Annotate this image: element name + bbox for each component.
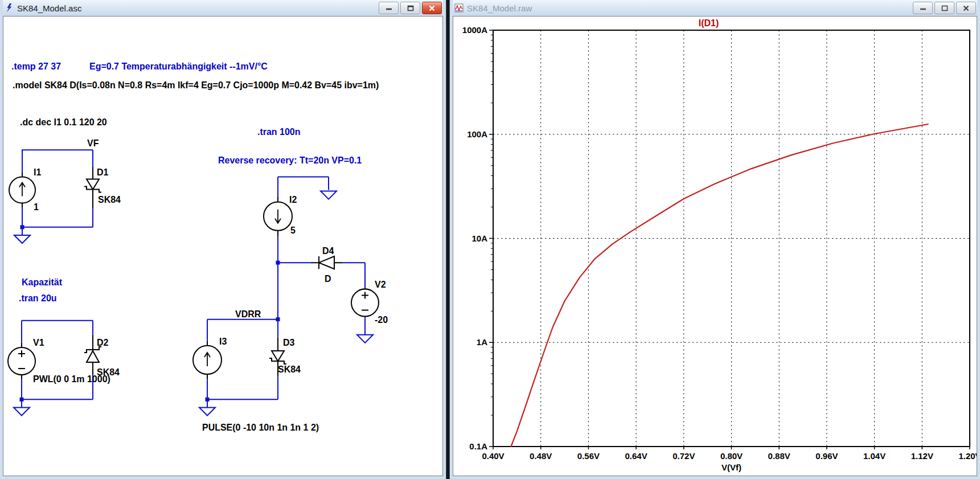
diode-D4[interactable]: D4 D: [311, 245, 342, 284]
waveform-file-icon: [454, 3, 464, 13]
label-I1[interactable]: I1: [34, 167, 41, 177]
circuit-vf: VF I1 1 D1 SK84: [9, 138, 121, 243]
temp-comment[interactable]: Eg=0.7 Temperaturabhängigkeit --1mV/°C: [89, 61, 268, 71]
current-source-I2[interactable]: I2 5: [264, 194, 297, 236]
junction-dot: [276, 317, 280, 321]
junction-dot: [20, 398, 24, 402]
label-D4[interactable]: D4: [322, 245, 334, 256]
x-tick-label: 0.40V: [482, 451, 504, 461]
ltspice-mdi-desktop: SK84_Model.asc .temp 27 37 Eg=0.7 Temper…: [0, 0, 980, 479]
ground-icon[interactable]: [357, 335, 373, 343]
schematic-titlebar[interactable]: SK84_Model.asc: [3, 0, 443, 16]
waveform-window: SK84_Model.raw 0.40V0.48V0.56V0.64V0.72V…: [450, 0, 980, 479]
value-D1[interactable]: SK84: [98, 194, 121, 204]
close-icon: [429, 5, 435, 11]
maximize-icon: [941, 5, 948, 11]
ltspice-logo-icon: [4, 3, 14, 13]
model-directive[interactable]: .model SK84 D(Is=0.08n N=0.8 Rs=4m Ikf=4…: [13, 80, 379, 90]
label-D3[interactable]: D3: [283, 337, 295, 347]
x-tick-label: 0.48V: [530, 451, 552, 461]
value-I1[interactable]: 1: [34, 202, 39, 212]
net-label-vdrr[interactable]: VDRR: [235, 309, 261, 319]
label-V1[interactable]: V1: [33, 337, 44, 347]
x-tick-label: 1.04V: [863, 451, 885, 461]
voltage-source-V2[interactable]: V2 -20: [351, 279, 388, 324]
x-tick-label: 0.72V: [673, 451, 695, 461]
label-I3[interactable]: I3: [219, 336, 227, 346]
ground-icon[interactable]: [321, 191, 337, 199]
value-D2[interactable]: SK84: [97, 367, 120, 377]
minimize-button[interactable]: [913, 2, 933, 14]
y-tick-label: 1A: [477, 337, 487, 347]
schematic-window: SK84_Model.asc .temp 27 37 Eg=0.7 Temper…: [0, 0, 446, 479]
reverse-recovery-comment[interactable]: Reverse recovery: Tt=20n VP=0.1: [218, 155, 362, 165]
label-I2[interactable]: I2: [289, 194, 297, 204]
junction-dot: [206, 398, 210, 402]
schematic-canvas[interactable]: .temp 27 37 Eg=0.7 Temperaturabhängigkei…: [3, 16, 443, 476]
value-D3[interactable]: SK84: [278, 364, 301, 374]
x-tick-label: 1.12V: [911, 451, 933, 461]
waveform-titlebar[interactable]: SK84_Model.raw: [453, 0, 977, 16]
ground-icon[interactable]: [14, 407, 30, 415]
circuit-reverse-recovery: I2 5 D4 D V2 -20: [193, 177, 388, 432]
trace-I-D1[interactable]: [511, 124, 928, 447]
value-I3-pulse[interactable]: PULSE(0 -10 10n 1n 1n 1 2): [202, 422, 319, 432]
current-source-I3[interactable]: I3: [193, 336, 227, 379]
close-button[interactable]: [422, 2, 442, 14]
y-tick-label: 1000A: [462, 25, 487, 35]
value-V2[interactable]: -20: [375, 314, 388, 325]
plot-area[interactable]: 0.40V0.48V0.56V0.64V0.72V0.80V0.88V0.96V…: [453, 16, 977, 476]
junction-dot: [276, 261, 280, 265]
schottky-diode-D2[interactable]: D2 SK84: [84, 335, 120, 377]
x-tick-label: 1.20V: [958, 451, 977, 461]
minimize-button[interactable]: [379, 2, 399, 14]
schottky-diode-D1[interactable]: D1 SK84: [84, 166, 121, 208]
x-tick-label: 0.64V: [625, 451, 647, 461]
current-source-I1[interactable]: I1 1: [9, 167, 41, 211]
schematic-window-title: SK84_Model.asc: [17, 3, 375, 13]
schottky-diode-D3[interactable]: D3 SK84: [269, 337, 301, 376]
net-label-vf[interactable]: VF: [87, 138, 99, 148]
minimize-icon: [386, 5, 392, 11]
maximize-icon: [407, 5, 414, 11]
x-axis-title: V(Vf): [721, 462, 741, 472]
minimize-icon: [920, 5, 926, 11]
x-tick-label: 0.96V: [815, 451, 838, 461]
tran100n-directive[interactable]: .tran 100n: [257, 126, 300, 137]
circuit-kapazitaet: V1 PWL(0 0 1m 1000) D2 SK84: [8, 321, 120, 416]
ground-icon[interactable]: [14, 235, 30, 243]
maximize-button[interactable]: [934, 2, 954, 14]
value-I2[interactable]: 5: [290, 225, 296, 235]
junction-dot: [20, 225, 24, 229]
close-icon: [963, 5, 969, 11]
x-tick-label: 0.88V: [768, 451, 790, 461]
label-D1[interactable]: D1: [97, 167, 109, 177]
x-tick-label: 0.56V: [577, 451, 600, 461]
plot-title[interactable]: I(D1): [699, 18, 719, 28]
temp-directive[interactable]: .temp 27 37: [11, 61, 61, 71]
y-tick-label: 100A: [467, 129, 487, 139]
kapazitaet-comment[interactable]: Kapazität: [22, 277, 63, 287]
label-D2[interactable]: D2: [97, 337, 109, 347]
x-tick-label: 0.80V: [720, 451, 743, 461]
ground-icon[interactable]: [199, 407, 215, 415]
maximize-button[interactable]: [400, 2, 420, 14]
close-button[interactable]: [956, 2, 976, 14]
tran20u-directive[interactable]: .tran 20u: [19, 293, 57, 303]
value-D4[interactable]: D: [325, 273, 331, 284]
y-tick-label: 10A: [471, 234, 487, 243]
label-V2[interactable]: V2: [375, 279, 386, 289]
dc-directive[interactable]: .dc dec I1 0.1 120 20: [20, 117, 107, 127]
waveform-window-title: SK84_Model.raw: [467, 3, 909, 13]
y-tick-label: 0.1A: [469, 441, 487, 451]
